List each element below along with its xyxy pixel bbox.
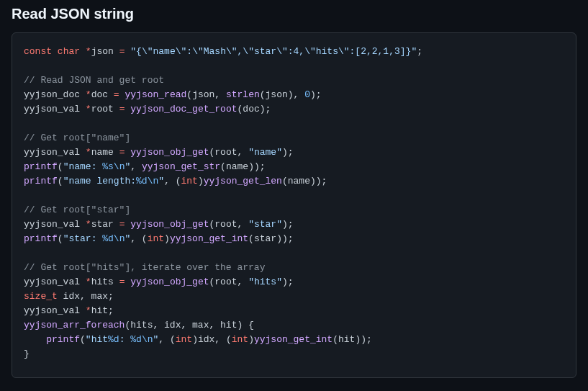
code-line: yyjson_val *star = yyjson_obj_get(root, … (24, 219, 294, 230)
code-line: printf("hit%d: %d\n", (int)idx, (int)yyj… (24, 334, 372, 345)
code-line: yyjson_doc *doc = yyjson_read(json, strl… (24, 89, 322, 100)
code-line: yyjson_val *hit; (24, 305, 114, 316)
code-line: yyjson_val *name = yyjson_obj_get(root, … (24, 147, 294, 158)
code-line: } (24, 349, 30, 359)
code-line: const char *json = "{\"name\":\"Mash\",\… (24, 46, 422, 57)
code-line: printf("name: %s\n", yyjson_get_str(name… (24, 161, 266, 172)
code-line: // Get root["name"] (24, 132, 130, 143)
code-line: // Free the doc (24, 377, 108, 378)
section-heading: Read JSON string (12, 0, 576, 32)
code-line: size_t idx, max; (24, 291, 114, 302)
code-line: // Read JSON and get root (24, 75, 164, 86)
code-line: yyjson_arr_foreach(hits, idx, max, hit) … (24, 320, 254, 331)
code-line: yyjson_val *root = yyjson_doc_get_root(d… (24, 104, 271, 114)
code-line: // Get root["star"] (24, 205, 130, 215)
code-line: printf("star: %d\n", (int)yyjson_get_int… (24, 233, 294, 244)
code-line: printf("name length:%d\n", (int)yyjson_g… (24, 176, 327, 186)
code-line: // Get root["hits"], iterate over the ar… (24, 262, 265, 273)
code-line: yyjson_val *hits = yyjson_obj_get(root, … (24, 277, 294, 287)
code-block: const char *json = "{\"name\":\"Mash\",\… (12, 32, 576, 378)
